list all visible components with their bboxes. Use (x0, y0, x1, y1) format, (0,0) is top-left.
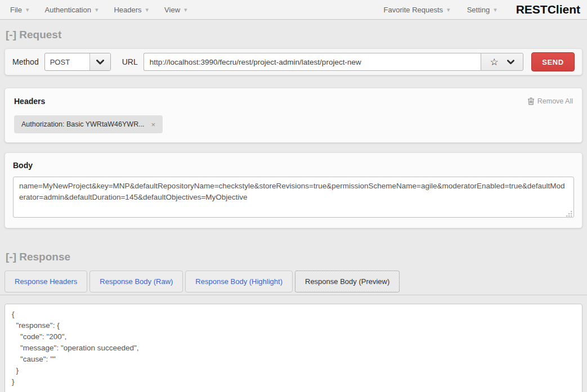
url-group: ☆ (144, 53, 523, 71)
response-body-preview: { "response": { "code": "200", "message"… (12, 309, 575, 388)
menubar: File ▾ Authentication ▾ Headers ▾ View ▾… (0, 0, 587, 20)
chevron-down-icon: ▾ (95, 7, 98, 13)
request-bar-panel: Method POST URL ☆ SEND (5, 48, 582, 75)
menu-favorite-requests[interactable]: Favorite Requests ▾ (384, 6, 450, 14)
menu-favorite-requests-label: Favorite Requests (384, 6, 443, 14)
url-input[interactable] (144, 53, 481, 71)
close-icon[interactable]: × (151, 121, 156, 128)
restclient-app: { "menubar": { "left": [ { "label": "Fil… (0, 0, 587, 392)
menu-setting[interactable]: Setting ▾ (467, 6, 497, 14)
menu-headers[interactable]: Headers ▾ (114, 6, 149, 14)
menubar-right: Favorite Requests ▾ Setting ▾ RESTClient (384, 3, 580, 16)
body-panel: Body name=MyNewProject&key=MNP&defaultRe… (5, 152, 582, 228)
header-chip-label: Authorization: Basic YWRtaW46YWR... (21, 120, 145, 128)
app-logo: RESTClient (516, 3, 580, 16)
chevron-down-icon[interactable] (507, 57, 514, 67)
tab-response-body-highlight[interactable]: Response Body (Highlight) (185, 271, 293, 292)
body-textarea-wrap: name=MyNewProject&key=MNP&defaultReposit… (13, 177, 574, 220)
chevron-down-icon: ▾ (26, 7, 29, 13)
menu-view[interactable]: View ▾ (164, 6, 187, 14)
send-button[interactable]: SEND (531, 52, 575, 71)
menu-headers-label: Headers (114, 6, 141, 14)
menu-view-label: View (164, 6, 180, 14)
remove-all-button[interactable]: Remove All (527, 97, 573, 105)
favorite-star-icon[interactable]: ☆ (490, 57, 498, 67)
tab-response-headers[interactable]: Response Headers (5, 271, 87, 292)
tabs-divider (0, 295, 587, 295)
chevron-down-icon: ▾ (146, 7, 149, 13)
tab-response-body-raw[interactable]: Response Body (Raw) (89, 271, 183, 292)
trash-icon (527, 97, 535, 105)
remove-all-label: Remove All (537, 97, 573, 105)
url-label: URL (122, 57, 138, 66)
menu-file-label: File (10, 6, 22, 14)
menu-setting-label: Setting (467, 6, 490, 14)
response-section-title[interactable]: [-] Response (6, 251, 582, 263)
main-content: [-] Request Method POST URL ☆ SEND Heade… (0, 29, 587, 392)
method-select-value: POST (45, 53, 89, 70)
response-preview-box: { "response": { "code": "200", "message"… (5, 304, 582, 392)
body-panel-title: Body (13, 161, 33, 170)
method-label: Method (12, 57, 39, 66)
header-chip[interactable]: Authorization: Basic YWRtaW46YWR... × (14, 115, 163, 133)
chevron-down-icon (89, 53, 110, 70)
headers-panel: Headers Remove All Authorization: Basic … (5, 88, 582, 143)
url-actions: ☆ (481, 53, 523, 71)
menu-authentication[interactable]: Authentication ▾ (44, 6, 98, 14)
response-tabs: Response Headers Response Body (Raw) Res… (5, 271, 582, 292)
chevron-down-icon: ▾ (184, 7, 187, 13)
method-select[interactable]: POST (44, 53, 111, 71)
headers-panel-head: Headers Remove All (14, 97, 573, 106)
chevron-down-icon: ▾ (494, 7, 497, 13)
menubar-left: File ▾ Authentication ▾ Headers ▾ View ▾ (10, 6, 187, 14)
tab-response-body-preview[interactable]: Response Body (Preview) (295, 271, 400, 292)
headers-panel-title: Headers (14, 97, 45, 106)
menu-authentication-label: Authentication (44, 6, 91, 14)
request-section-title[interactable]: [-] Request (6, 29, 582, 41)
chevron-down-icon: ▾ (447, 7, 450, 13)
request-body-textarea[interactable]: name=MyNewProject&key=MNP&defaultReposit… (13, 177, 574, 218)
menu-file[interactable]: File ▾ (10, 6, 29, 14)
